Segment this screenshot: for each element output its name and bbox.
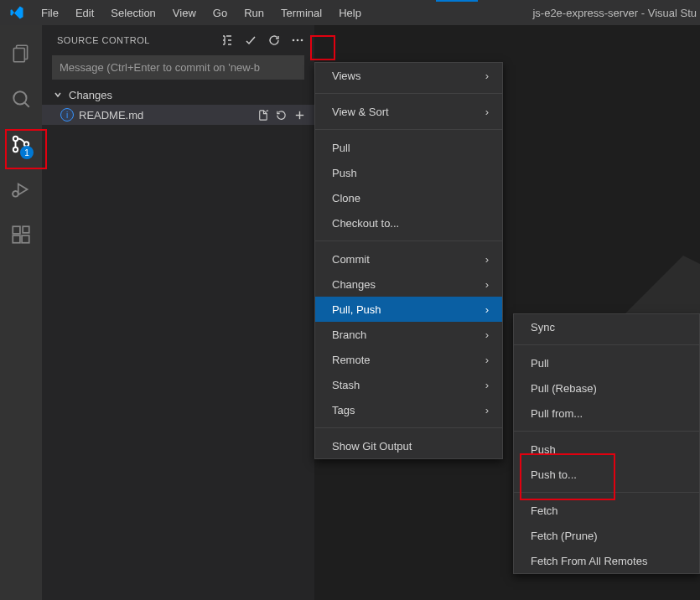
menu-view-sort[interactable]: View & Sort› [315, 99, 502, 124]
section-label: Changes [69, 89, 112, 101]
menu-view[interactable]: View [165, 3, 204, 23]
menu-pull-push[interactable]: Pull, Push› [315, 297, 502, 322]
activity-explorer[interactable] [0, 34, 42, 74]
svg-line-3 [24, 102, 29, 106]
chevron-right-icon: › [485, 354, 489, 366]
discard-changes-icon[interactable] [272, 106, 289, 123]
view-as-tree-icon[interactable] [215, 28, 239, 52]
submenu-fetch-all[interactable]: Fetch From All Remotes [514, 548, 699, 573]
panel-title: SOURCE CONTROL [57, 35, 150, 45]
submenu-push-to[interactable]: Push to... [514, 462, 699, 487]
submenu-push[interactable]: Push [514, 437, 699, 462]
svg-rect-1 [13, 49, 24, 62]
menu-file[interactable]: File [34, 3, 66, 23]
file-name: README.md [79, 109, 249, 122]
activity-source-control[interactable]: 1 [0, 124, 42, 164]
modified-info-icon: i [60, 108, 74, 122]
activity-debug[interactable] [0, 169, 42, 209]
menu-go[interactable]: Go [205, 3, 235, 23]
menu-commit[interactable]: Commit› [315, 246, 502, 272]
chevron-right-icon: › [485, 253, 489, 266]
submenu-sync[interactable]: Sync [514, 314, 699, 339]
menu-help[interactable]: Help [331, 3, 369, 23]
menu-selection[interactable]: Selection [103, 3, 163, 23]
refresh-icon[interactable] [262, 28, 286, 52]
submenu-pull-rebase[interactable]: Pull (Rebase) [514, 375, 699, 401]
commit-icon[interactable] [239, 28, 262, 52]
menu-tags[interactable]: Tags› [315, 397, 502, 422]
menu-branch[interactable]: Branch› [315, 322, 502, 347]
open-file-icon[interactable] [254, 106, 271, 123]
menu-remote[interactable]: Remote› [315, 347, 502, 372]
svg-point-4 [13, 137, 18, 141]
chevron-right-icon: › [485, 106, 489, 118]
submenu-fetch-prune[interactable]: Fetch (Prune) [514, 523, 699, 548]
stage-changes-icon[interactable] [291, 106, 308, 123]
svg-rect-11 [22, 235, 29, 243]
menu-checkout[interactable]: Checkout to... [315, 210, 502, 235]
menu-pull[interactable]: Pull [315, 135, 502, 160]
activity-search[interactable] [0, 79, 42, 119]
activity-extensions[interactable] [0, 215, 42, 255]
chevron-right-icon: › [485, 70, 489, 82]
svg-point-2 [13, 91, 26, 104]
submenu-fetch[interactable]: Fetch [514, 498, 699, 523]
panel-header: SOURCE CONTROL [42, 25, 314, 55]
svg-point-15 [301, 39, 303, 42]
changed-file-row[interactable]: i README.md [42, 105, 314, 125]
svg-point-8 [13, 191, 18, 197]
menu-push[interactable]: Push [315, 160, 502, 185]
window-title: js-e2e-express-server - Visual Stu [532, 7, 700, 19]
scm-more-menu: Views› View & Sort› Pull Push Clone Chec… [314, 62, 503, 459]
menu-show-git-output[interactable]: Show Git Output [315, 433, 502, 458]
menu-changes[interactable]: Changes› [315, 272, 502, 297]
svg-point-5 [13, 147, 18, 152]
menu-stash[interactable]: Stash› [315, 372, 502, 397]
svg-point-14 [297, 39, 299, 42]
activity-bar: 1 [0, 25, 42, 600]
submenu-pull-from[interactable]: Pull from... [514, 401, 699, 426]
svg-rect-12 [23, 226, 29, 233]
menu-run[interactable]: Run [236, 3, 272, 23]
vscode-logo [7, 3, 27, 23]
menu-edit[interactable]: Edit [68, 3, 101, 23]
chevron-right-icon: › [485, 379, 489, 391]
chevron-right-icon: › [485, 404, 489, 416]
source-control-panel: SOURCE CONTROL Message (Ctrl+Enter to co… [42, 25, 314, 600]
commit-message-input[interactable]: Message (Ctrl+Enter to commit on 'new-b [52, 55, 304, 80]
svg-rect-10 [13, 235, 20, 243]
scm-badge: 1 [20, 146, 34, 159]
more-actions-icon[interactable] [286, 28, 309, 52]
chevron-right-icon: › [485, 278, 489, 291]
chevron-down-icon [52, 89, 64, 101]
svg-point-13 [293, 39, 295, 42]
menu-terminal[interactable]: Terminal [273, 3, 329, 23]
pull-push-submenu: Sync Pull Pull (Rebase) Pull from... Pus… [513, 313, 700, 574]
chevron-right-icon: › [485, 303, 489, 316]
svg-rect-9 [13, 226, 20, 234]
changes-section[interactable]: Changes [42, 85, 314, 105]
submenu-pull[interactable]: Pull [514, 350, 699, 375]
title-bar: File Edit Selection View Go Run Terminal… [0, 0, 700, 25]
menu-views[interactable]: Views› [315, 63, 502, 88]
svg-marker-7 [18, 184, 28, 195]
chevron-right-icon: › [485, 328, 489, 341]
menu-clone[interactable]: Clone [315, 185, 502, 210]
